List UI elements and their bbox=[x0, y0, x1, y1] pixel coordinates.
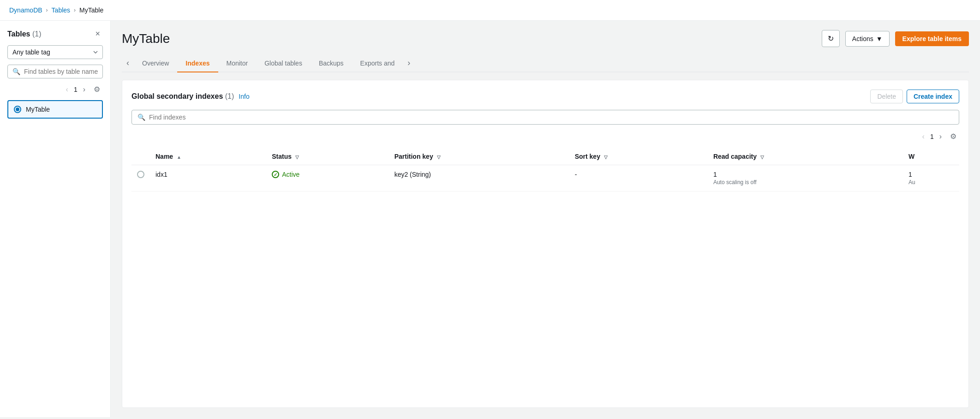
refresh-button[interactable]: ↻ bbox=[822, 30, 840, 47]
sidebar: Tables (1) × Any table tag 🔍 ‹ 1 › ⚙ MyT… bbox=[0, 21, 111, 417]
breadcrumb-sep-1: › bbox=[46, 7, 48, 13]
tab-exports[interactable]: Exports and bbox=[352, 55, 403, 72]
sidebar-title: Tables (1) bbox=[7, 30, 42, 38]
table-tag-select[interactable]: Any table tag bbox=[7, 45, 103, 59]
delete-button[interactable]: Delete bbox=[870, 90, 902, 103]
index-settings-button[interactable]: ⚙ bbox=[947, 131, 959, 142]
sidebar-close-button[interactable]: × bbox=[92, 28, 103, 40]
settings-button[interactable]: ⚙ bbox=[91, 84, 103, 95]
sort-desc-icon-read: ▽ bbox=[760, 155, 764, 160]
index-section-header: Global secondary indexes (1) Info Delete… bbox=[131, 90, 959, 103]
sort-asc-icon: ▲ bbox=[177, 155, 181, 160]
checkmark-icon: ✓ bbox=[274, 172, 277, 177]
sidebar-title-text: Tables bbox=[7, 30, 30, 38]
index-next-button[interactable]: › bbox=[937, 132, 944, 142]
tab-overview[interactable]: Overview bbox=[134, 55, 177, 72]
breadcrumb-dynamodb[interactable]: DynamoDB bbox=[9, 6, 42, 14]
th-partition-key[interactable]: Partition key ▽ bbox=[389, 148, 569, 165]
row-write-capacity-cell: 1 Au bbox=[903, 165, 959, 192]
table-item-name: MyTable bbox=[26, 106, 50, 113]
index-search-icon: 🔍 bbox=[137, 114, 145, 121]
write-capacity-container: 1 Au bbox=[908, 171, 954, 186]
index-table: Name ▲ Status ▽ Partition key ▽ Sort k bbox=[131, 148, 959, 192]
col-status-label: Status bbox=[272, 153, 292, 160]
sidebar-search-box: 🔍 bbox=[7, 65, 103, 78]
col-read-label: Read capacity bbox=[713, 153, 757, 160]
read-capacity-container: 1 Auto scaling is off bbox=[713, 171, 897, 186]
row-read-capacity-cell: 1 Auto scaling is off bbox=[708, 165, 903, 192]
radio-selected-icon bbox=[14, 106, 21, 113]
col-name-label: Name bbox=[155, 153, 173, 160]
page-number: 1 bbox=[74, 86, 78, 93]
next-page-button[interactable]: › bbox=[80, 84, 88, 95]
refresh-icon: ↻ bbox=[828, 34, 834, 43]
col-write-label: W bbox=[908, 153, 914, 160]
active-status-icon: ✓ bbox=[272, 171, 279, 178]
status-active: ✓ Active bbox=[272, 171, 383, 178]
write-capacity-sub: Au bbox=[908, 179, 954, 186]
index-search-input[interactable] bbox=[149, 114, 953, 121]
row-status-cell: ✓ Active bbox=[266, 165, 388, 192]
sidebar-count: (1) bbox=[32, 30, 42, 38]
tab-monitor[interactable]: Monitor bbox=[218, 55, 257, 72]
col-partition-label: Partition key bbox=[394, 153, 433, 160]
write-capacity-value: 1 bbox=[908, 171, 954, 178]
sort-desc-icon-status: ▽ bbox=[295, 155, 299, 160]
tab-global-tables[interactable]: Global tables bbox=[256, 55, 311, 72]
content-header: MyTable ↻ Actions ▼ Explore table items bbox=[122, 30, 969, 47]
gsi-count: (1) bbox=[225, 92, 234, 100]
read-capacity-value: 1 bbox=[713, 171, 897, 178]
tab-prev-button[interactable]: ‹ bbox=[122, 54, 134, 72]
info-link[interactable]: Info bbox=[239, 93, 249, 100]
th-select bbox=[131, 148, 150, 165]
th-write-capacity[interactable]: W bbox=[903, 148, 959, 165]
explore-table-items-button[interactable]: Explore table items bbox=[895, 31, 969, 46]
row-radio-cell[interactable] bbox=[131, 165, 150, 192]
content-area: MyTable ↻ Actions ▼ Explore table items … bbox=[111, 21, 980, 417]
search-icon: 🔍 bbox=[12, 68, 20, 75]
table-row: idx1 ✓ Active key2 (String) - bbox=[131, 165, 959, 192]
tab-indexes[interactable]: Indexes bbox=[177, 55, 218, 72]
tab-backups[interactable]: Backups bbox=[311, 55, 352, 72]
page-title: MyTable bbox=[122, 31, 816, 46]
index-pagination: ‹ 1 › ⚙ bbox=[131, 131, 959, 142]
row-radio-button[interactable] bbox=[137, 171, 144, 178]
th-name[interactable]: Name ▲ bbox=[150, 148, 266, 165]
sort-desc-icon-sort: ▽ bbox=[604, 155, 608, 160]
breadcrumb-tables[interactable]: Tables bbox=[52, 6, 70, 14]
search-input[interactable] bbox=[24, 68, 98, 75]
index-section: Global secondary indexes (1) Info Delete… bbox=[122, 80, 969, 408]
breadcrumb-sep-2: › bbox=[74, 7, 76, 13]
index-page-number: 1 bbox=[930, 133, 934, 140]
actions-label: Actions bbox=[852, 35, 873, 42]
sort-desc-icon-partition: ▽ bbox=[437, 155, 441, 160]
index-search-box: 🔍 bbox=[131, 110, 959, 125]
breadcrumb-current: MyTable bbox=[79, 6, 103, 14]
sidebar-header: Tables (1) × bbox=[7, 28, 103, 40]
status-label: Active bbox=[282, 171, 299, 178]
row-name-cell: idx1 bbox=[150, 165, 266, 192]
th-status[interactable]: Status ▽ bbox=[266, 148, 388, 165]
table-list-item[interactable]: MyTable bbox=[7, 100, 103, 119]
row-sort-key-cell: - bbox=[569, 165, 708, 192]
chevron-down-icon: ▼ bbox=[876, 35, 883, 42]
index-section-title: Global secondary indexes (1) bbox=[131, 92, 234, 101]
prev-page-button[interactable]: ‹ bbox=[63, 84, 71, 95]
index-section-actions: Delete Create index bbox=[870, 90, 959, 103]
sidebar-pagination: ‹ 1 › ⚙ bbox=[7, 84, 103, 95]
read-capacity-sub: Auto scaling is off bbox=[713, 179, 897, 186]
th-read-capacity[interactable]: Read capacity ▽ bbox=[708, 148, 903, 165]
create-index-button[interactable]: Create index bbox=[907, 90, 959, 103]
tab-next-button[interactable]: › bbox=[403, 54, 415, 72]
th-sort-key[interactable]: Sort key ▽ bbox=[569, 148, 708, 165]
tabs-bar: ‹ Overview Indexes Monitor Global tables… bbox=[122, 54, 969, 72]
breadcrumb: DynamoDB › Tables › MyTable bbox=[0, 0, 980, 21]
row-partition-key-cell: key2 (String) bbox=[389, 165, 569, 192]
col-sort-label: Sort key bbox=[575, 153, 600, 160]
index-prev-button[interactable]: ‹ bbox=[920, 132, 927, 142]
gsi-title-text: Global secondary indexes bbox=[131, 92, 223, 100]
actions-button[interactable]: Actions ▼ bbox=[845, 31, 890, 47]
